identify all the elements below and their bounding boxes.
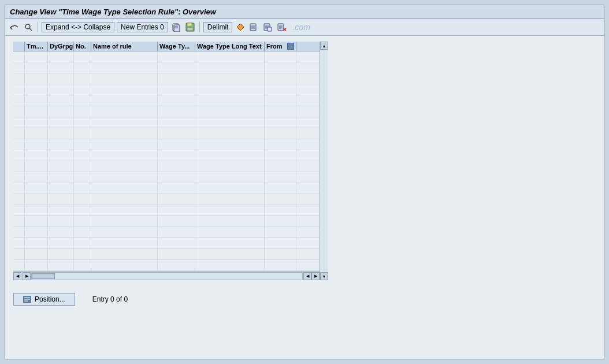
col-header-tm[interactable]: Tm.... bbox=[25, 42, 48, 51]
from-cell bbox=[265, 194, 296, 205]
table-row[interactable] bbox=[13, 62, 320, 73]
undo-icon[interactable] bbox=[9, 21, 20, 33]
svg-marker-9 bbox=[237, 24, 244, 31]
position-icon bbox=[23, 296, 31, 303]
table-row[interactable] bbox=[13, 238, 320, 249]
row-selector[interactable] bbox=[13, 249, 25, 259]
col-header-no[interactable]: No. bbox=[74, 42, 91, 51]
v-scroll-down-btn[interactable]: ▼ bbox=[320, 272, 328, 280]
name-cell bbox=[91, 62, 158, 73]
delete-icon[interactable] bbox=[276, 21, 288, 33]
name-cell bbox=[91, 249, 158, 259]
dygrpg-cell bbox=[48, 161, 74, 172]
from-cell bbox=[265, 205, 296, 216]
svg-point-0 bbox=[25, 24, 30, 29]
expand-collapse-label: Expand <-> Collapse bbox=[46, 23, 110, 31]
table-row[interactable] bbox=[13, 249, 320, 260]
col-header-wagety[interactable]: Wage Ty... bbox=[158, 42, 195, 51]
row-selector[interactable] bbox=[13, 183, 25, 194]
table-row[interactable] bbox=[13, 260, 320, 271]
table-row[interactable] bbox=[13, 183, 320, 194]
select-icon[interactable] bbox=[235, 21, 246, 33]
table-header: Tm.... DyGrpg No. Name of rule Wage Ty..… bbox=[13, 42, 320, 51]
table-row[interactable] bbox=[13, 106, 320, 117]
dygrpg-cell bbox=[48, 194, 74, 205]
no-cell bbox=[74, 216, 91, 226]
no-cell bbox=[74, 84, 91, 95]
h-scrollbar[interactable]: ◀ ▶ ◀ ▶ bbox=[13, 271, 320, 280]
table-row[interactable] bbox=[13, 117, 320, 128]
wagety-cell bbox=[158, 117, 195, 128]
row-selector[interactable] bbox=[13, 150, 25, 161]
find-icon[interactable] bbox=[23, 21, 34, 33]
dygrpg-cell bbox=[48, 238, 74, 248]
name-cell bbox=[91, 95, 158, 106]
delimit-btn[interactable]: Delimit bbox=[203, 22, 233, 32]
table-row[interactable] bbox=[13, 150, 320, 161]
table-row[interactable] bbox=[13, 84, 320, 95]
h-scroll-track[interactable] bbox=[31, 272, 303, 280]
paste-icon[interactable] bbox=[262, 21, 274, 33]
no-cell bbox=[74, 139, 91, 150]
svg-rect-8 bbox=[187, 28, 193, 31]
position-button[interactable]: Position... bbox=[13, 293, 75, 306]
new-entries-btn[interactable]: New Entries 0 bbox=[117, 22, 168, 32]
window-title: Change View "Time Wage Type Selection Ru… bbox=[10, 8, 216, 16]
v-scroll-up-btn[interactable]: ▲ bbox=[320, 42, 328, 50]
row-selector[interactable] bbox=[13, 95, 25, 106]
table-row[interactable] bbox=[13, 128, 320, 139]
col-header-dygrpg[interactable]: DyGrpg bbox=[48, 42, 74, 51]
row-selector[interactable] bbox=[13, 128, 25, 139]
from-cell bbox=[265, 95, 296, 106]
row-selector[interactable] bbox=[13, 216, 25, 226]
table-row[interactable] bbox=[13, 172, 320, 183]
table-row[interactable] bbox=[13, 51, 320, 62]
row-selector[interactable] bbox=[13, 161, 25, 172]
table-row[interactable] bbox=[13, 227, 320, 238]
table-row[interactable] bbox=[13, 194, 320, 205]
copy-doc-icon[interactable] bbox=[170, 21, 182, 33]
row-selector[interactable] bbox=[13, 62, 25, 73]
row-selector[interactable] bbox=[13, 84, 25, 95]
name-cell bbox=[91, 106, 158, 117]
h-scroll-right-btn[interactable]: ▶ bbox=[23, 272, 31, 280]
name-cell bbox=[91, 172, 158, 183]
row-selector[interactable] bbox=[13, 260, 25, 270]
table-row[interactable] bbox=[13, 205, 320, 216]
row-selector[interactable] bbox=[13, 106, 25, 117]
table-row[interactable] bbox=[13, 73, 320, 84]
row-selector[interactable] bbox=[13, 172, 25, 183]
dygrpg-cell bbox=[48, 260, 74, 270]
from-cell bbox=[265, 84, 296, 95]
v-scroll-track[interactable] bbox=[320, 50, 328, 272]
row-selector[interactable] bbox=[13, 205, 25, 216]
row-selector[interactable] bbox=[13, 117, 25, 128]
no-cell bbox=[74, 172, 91, 183]
column-settings-icon[interactable] bbox=[287, 43, 294, 50]
copy2-icon[interactable] bbox=[248, 21, 260, 33]
col-header-from[interactable]: From bbox=[265, 42, 296, 51]
row-selector[interactable] bbox=[13, 238, 25, 248]
row-selector[interactable] bbox=[13, 227, 25, 237]
h-scroll-right2-right[interactable]: ▶ bbox=[311, 272, 320, 280]
col-header-name[interactable]: Name of rule bbox=[91, 42, 158, 51]
table-row[interactable] bbox=[13, 216, 320, 227]
table-row[interactable] bbox=[13, 161, 320, 172]
row-selector[interactable] bbox=[13, 73, 25, 84]
expand-collapse-btn[interactable]: Expand <-> Collapse bbox=[42, 22, 114, 32]
row-selector[interactable] bbox=[13, 139, 25, 150]
from-cell bbox=[265, 172, 296, 183]
wagelong-cell bbox=[195, 84, 265, 95]
wagety-cell bbox=[158, 238, 195, 248]
row-selector[interactable] bbox=[13, 194, 25, 205]
table-row[interactable] bbox=[13, 95, 320, 106]
col-header-wagelong[interactable]: Wage Type Long Text bbox=[195, 42, 265, 51]
save-icon[interactable] bbox=[184, 21, 196, 33]
h-scroll-left-btn[interactable]: ◀ bbox=[13, 272, 21, 280]
row-selector[interactable] bbox=[13, 51, 25, 62]
h-scroll-right2-left[interactable]: ◀ bbox=[303, 272, 311, 280]
tm-cell bbox=[25, 139, 48, 150]
table-row[interactable] bbox=[13, 139, 320, 150]
svg-rect-18 bbox=[268, 27, 272, 31]
h-scroll-thumb[interactable] bbox=[32, 273, 55, 279]
